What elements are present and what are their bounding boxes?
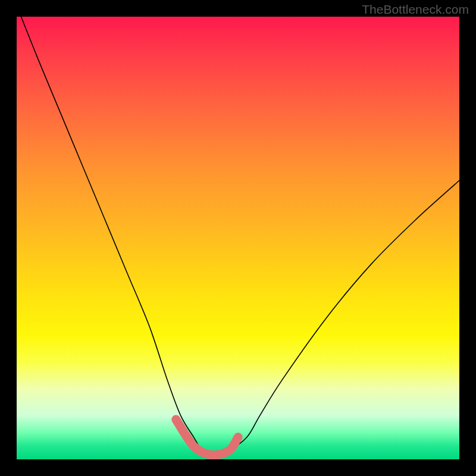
bottleneck-curve xyxy=(21,17,459,455)
chart-plot-area xyxy=(17,17,459,459)
chart-svg xyxy=(17,17,459,459)
watermark-text: TheBottleneck.com xyxy=(362,2,469,17)
